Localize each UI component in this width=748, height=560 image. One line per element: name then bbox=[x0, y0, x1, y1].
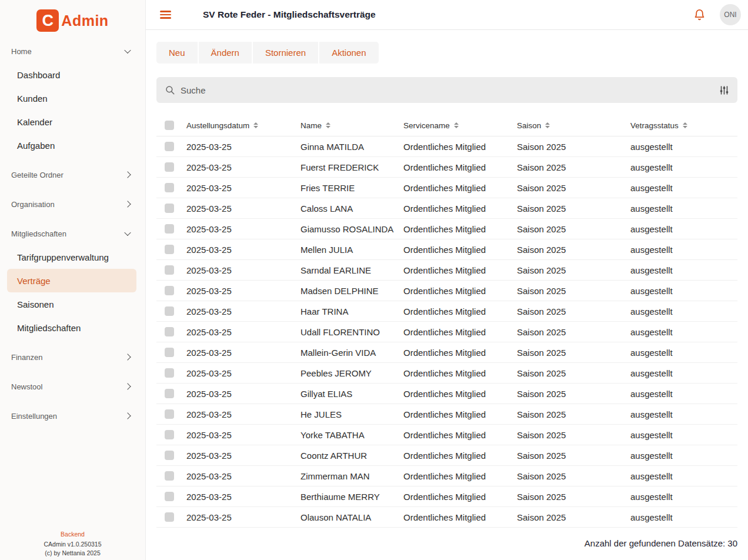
row-checkbox[interactable] bbox=[165, 142, 174, 151]
cell-season: Saison 2025 bbox=[517, 142, 630, 152]
cell-member-name: Peebles JEROMY bbox=[300, 368, 403, 378]
sidebar-item-dashboard[interactable]: Dashboard bbox=[0, 63, 145, 86]
row-checkbox[interactable] bbox=[165, 512, 174, 522]
search-input[interactable] bbox=[181, 85, 719, 95]
neu-button[interactable]: Neu bbox=[156, 42, 198, 64]
stornieren-button[interactable]: Stornieren bbox=[253, 42, 318, 64]
cell-season: Saison 2025 bbox=[517, 265, 630, 275]
table-row[interactable]: 2025-03-25Mellen JULIAOrdentliches Mitgl… bbox=[156, 239, 737, 260]
select-all-checkbox[interactable] bbox=[165, 121, 174, 130]
filter-sliders-icon[interactable] bbox=[719, 85, 729, 95]
column-label: Austellungsdatum bbox=[186, 121, 249, 130]
row-checkbox[interactable] bbox=[165, 471, 174, 481]
sidebar-item-organisation[interactable]: Organisation bbox=[0, 192, 145, 216]
sidebar-item-aufgaben[interactable]: Aufgaben bbox=[0, 134, 145, 157]
sidebar-item-vertr-ge[interactable]: Verträge bbox=[7, 269, 136, 292]
table-row[interactable]: 2025-03-25Olauson NATALIAOrdentliches Mi… bbox=[156, 507, 737, 528]
sidebar-item-mitgliedschaften[interactable]: Mitgliedschaften bbox=[0, 316, 145, 339]
table-row[interactable]: 2025-03-25Giamusso ROSALINDAOrdentliches… bbox=[156, 219, 737, 239]
row-checkbox[interactable] bbox=[165, 224, 174, 234]
row-checkbox[interactable] bbox=[165, 183, 174, 192]
cell-issue-date: 2025-03-25 bbox=[186, 409, 300, 419]
table-row[interactable]: 2025-03-25Yorke TABATHAOrdentliches Mitg… bbox=[156, 425, 737, 445]
cell-service-name: Ordentliches Mitglied bbox=[403, 409, 517, 419]
sidebar-item-label: Organisation bbox=[11, 200, 55, 209]
sidebar-item-tarifgruppenverwaltung[interactable]: Tarifgruppenverwaltung bbox=[0, 245, 145, 269]
sidebar-item-label: Kalender bbox=[17, 117, 52, 127]
row-checkbox[interactable] bbox=[165, 245, 174, 254]
table-row[interactable]: 2025-03-25Sarndal EARLINEOrdentliches Mi… bbox=[156, 260, 737, 281]
sidebar-item-newstool[interactable]: Newstool bbox=[0, 375, 145, 398]
aktionen-button[interactable]: Aktionen bbox=[319, 42, 378, 64]
row-checkbox[interactable] bbox=[165, 368, 174, 378]
sidebar-item-finanzen[interactable]: Finanzen bbox=[0, 345, 145, 369]
row-checkbox[interactable] bbox=[165, 348, 174, 357]
sidebar-item-einstellungen[interactable]: Einstellungen bbox=[0, 404, 145, 428]
column-header-saison[interactable]: Saison bbox=[517, 121, 630, 130]
column-label: Name bbox=[300, 121, 322, 130]
table-row[interactable]: 2025-03-25Fries TERRIEOrdentliches Mitgl… bbox=[156, 178, 737, 198]
row-checkbox[interactable] bbox=[165, 204, 174, 213]
column-label: Vetragsstatus bbox=[630, 121, 679, 130]
cell-issue-date: 2025-03-25 bbox=[186, 368, 300, 378]
row-checkbox[interactable] bbox=[165, 451, 174, 460]
sort-icon bbox=[545, 122, 550, 128]
sidebar-item-kalender[interactable]: Kalender bbox=[0, 110, 145, 134]
-ndern-button[interactable]: Ändern bbox=[199, 42, 252, 64]
notifications-bell-icon[interactable] bbox=[693, 9, 706, 21]
table-row[interactable]: 2025-03-25Haar TRINAOrdentliches Mitglie… bbox=[156, 301, 737, 322]
app-logo[interactable]: C Admin bbox=[0, 0, 145, 34]
table-row[interactable]: 2025-03-25Zimmerman MANOrdentliches Mitg… bbox=[156, 466, 737, 486]
cell-season: Saison 2025 bbox=[517, 245, 630, 255]
row-checkbox[interactable] bbox=[165, 389, 174, 398]
column-header-servicename[interactable]: Servicename bbox=[403, 121, 517, 130]
row-checkbox[interactable] bbox=[165, 265, 174, 275]
sidebar-item-saisonen[interactable]: Saisonen bbox=[0, 292, 145, 316]
column-header-vetragsstatus[interactable]: Vetragsstatus bbox=[630, 121, 737, 130]
table-row[interactable]: 2025-03-25He JULESOrdentliches MitgliedS… bbox=[156, 404, 737, 425]
table-row[interactable]: 2025-03-25Madsen DELPHINEOrdentliches Mi… bbox=[156, 281, 737, 301]
table-row[interactable]: 2025-03-25Mallein-Gerin VIDAOrdentliches… bbox=[156, 342, 737, 363]
row-checkbox[interactable] bbox=[165, 286, 174, 295]
row-checkbox[interactable] bbox=[165, 492, 174, 501]
column-label: Servicename bbox=[403, 121, 450, 130]
row-checkbox[interactable] bbox=[165, 162, 174, 172]
search-icon bbox=[165, 85, 175, 95]
sidebar-item-geteilte-ordner[interactable]: Geteilte Ordner bbox=[0, 163, 145, 186]
table-row[interactable]: 2025-03-25Peebles JEROMYOrdentliches Mit… bbox=[156, 363, 737, 384]
table-row[interactable]: 2025-03-25Udall FLORENTINOOrdentliches M… bbox=[156, 322, 737, 342]
cell-service-name: Ordentliches Mitglied bbox=[403, 327, 517, 337]
cell-service-name: Ordentliches Mitglied bbox=[403, 204, 517, 214]
cell-member-name: Fuerst FREDERICK bbox=[300, 162, 403, 172]
cell-contract-status: ausgestellt bbox=[630, 409, 737, 419]
table-row[interactable]: 2025-03-25Caloss LANAOrdentliches Mitgli… bbox=[156, 198, 737, 219]
cell-member-name: Sarndal EARLINE bbox=[300, 265, 403, 275]
cell-issue-date: 2025-03-25 bbox=[186, 430, 300, 440]
table-row[interactable]: 2025-03-25Coontz ARTHUROrdentliches Mitg… bbox=[156, 445, 737, 466]
backend-link[interactable]: Backend bbox=[0, 531, 145, 538]
table-row[interactable]: 2025-03-25Berthiaume MERRYOrdentliches M… bbox=[156, 486, 737, 507]
chevron-right-icon bbox=[124, 354, 131, 360]
hamburger-menu-icon[interactable] bbox=[160, 9, 171, 21]
cell-service-name: Ordentliches Mitglied bbox=[403, 183, 517, 193]
table-row[interactable]: 2025-03-25Gillyat ELIASOrdentliches Mitg… bbox=[156, 384, 737, 404]
table-row[interactable]: 2025-03-25Ginna MATILDAOrdentliches Mitg… bbox=[156, 136, 737, 157]
cell-issue-date: 2025-03-25 bbox=[186, 183, 300, 193]
table-row[interactable]: 2025-03-25Fuerst FREDERICKOrdentliches M… bbox=[156, 157, 737, 178]
user-avatar[interactable]: ONI bbox=[720, 4, 741, 25]
row-checkbox[interactable] bbox=[165, 409, 174, 419]
column-header-austellungsdatum[interactable]: Austellungsdatum bbox=[186, 121, 300, 130]
sidebar-item-mitgliedschaften[interactable]: Mitgliedschaften bbox=[0, 222, 145, 245]
contracts-table: AustellungsdatumNameServicenameSaisonVet… bbox=[156, 115, 737, 528]
chevron-right-icon bbox=[124, 383, 131, 389]
sidebar-item-label: Mitgliedschaften bbox=[11, 229, 66, 238]
topbar: SV Rote Feder - Mitgliedschaftsverträge … bbox=[146, 0, 748, 30]
row-checkbox[interactable] bbox=[165, 430, 174, 439]
column-header-name[interactable]: Name bbox=[300, 121, 403, 130]
cell-contract-status: ausgestellt bbox=[630, 306, 737, 316]
sidebar-item-home[interactable]: Home bbox=[0, 39, 145, 63]
row-checkbox[interactable] bbox=[165, 327, 174, 336]
sidebar-item-kunden[interactable]: Kunden bbox=[0, 86, 145, 110]
cell-member-name: Gillyat ELIAS bbox=[300, 389, 403, 399]
row-checkbox[interactable] bbox=[165, 306, 174, 316]
